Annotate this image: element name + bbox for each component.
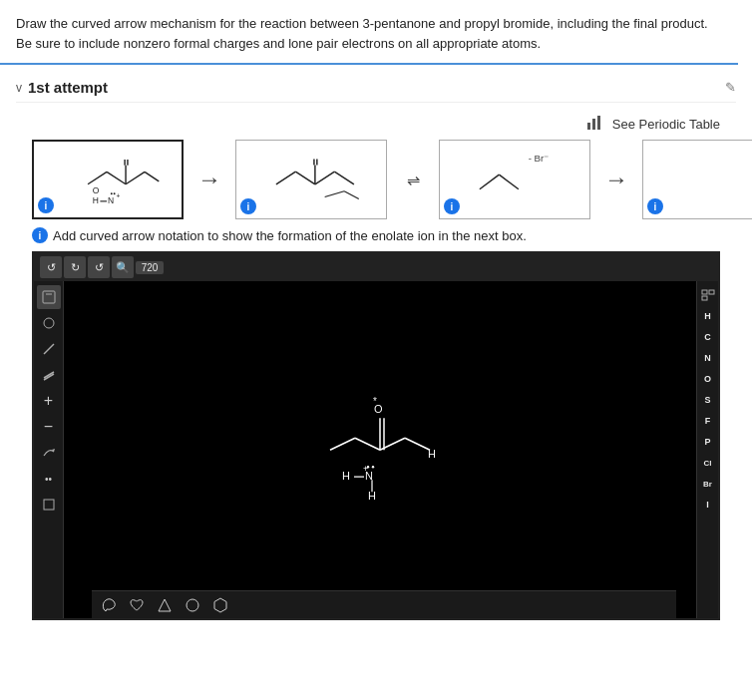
tool-plus[interactable]: + <box>37 389 61 413</box>
svg-text:H: H <box>368 490 376 500</box>
circle-tool[interactable] <box>182 594 203 616</box>
svg-rect-2 <box>597 116 600 130</box>
arrow-3: → <box>590 140 642 219</box>
info-icon-note[interactable]: i <box>32 227 48 243</box>
canvas-left-tools: + − •• <box>34 281 64 618</box>
canvas-right-tools: H C N O S F P Cl Br I <box>696 281 718 618</box>
svg-rect-0 <box>587 123 590 130</box>
svg-line-37 <box>330 438 355 450</box>
svg-text:H: H <box>428 448 436 460</box>
svg-line-3 <box>88 172 107 183</box>
svg-point-14 <box>111 192 113 194</box>
svg-rect-57 <box>702 290 707 294</box>
redo-button[interactable]: ↻ <box>64 256 86 278</box>
svg-rect-1 <box>592 119 595 130</box>
svg-rect-58 <box>709 290 714 294</box>
svg-line-38 <box>355 438 380 450</box>
svg-line-8 <box>126 172 145 183</box>
zoom-button[interactable]: 🔍 <box>112 256 134 278</box>
periodic-table-label[interactable]: See Periodic Table <box>612 117 720 132</box>
canvas-container: ↺ ↻ ↺ 🔍 720 + − <box>32 251 720 620</box>
svg-line-25 <box>344 191 359 199</box>
molecule-svg: O * H H N + <box>300 370 460 503</box>
periodic-table-icon <box>586 115 604 134</box>
periodic-table-link[interactable]: See Periodic Table <box>16 111 736 140</box>
element-C[interactable]: C <box>698 327 718 347</box>
undo-button[interactable]: ↺ <box>40 256 62 278</box>
tool-lone-pair[interactable]: •• <box>37 467 61 491</box>
tool-rectangle[interactable] <box>37 493 61 517</box>
svg-rect-36 <box>44 500 54 510</box>
element-Br[interactable]: Br <box>698 474 718 494</box>
tool-bond[interactable] <box>37 363 61 387</box>
instructions-text: Draw the curved arrow mechanism for the … <box>0 0 738 65</box>
svg-text:O: O <box>93 185 100 195</box>
element-O[interactable]: O <box>698 369 718 389</box>
info-icon-2[interactable]: i <box>240 198 256 214</box>
reaction-box-1[interactable]: H N + O i <box>32 140 184 219</box>
add-arrow-note: i Add curved arrow notation to show the … <box>16 225 736 251</box>
element-H[interactable]: H <box>698 306 718 326</box>
svg-line-18 <box>295 172 315 184</box>
heart-tool[interactable] <box>126 594 148 616</box>
reaction-box-3[interactable]: - Br⁻ i <box>439 140 590 219</box>
svg-text:H: H <box>93 195 99 205</box>
hexagon-tool[interactable] <box>209 594 231 616</box>
element-P[interactable]: P <box>698 432 718 452</box>
edit-icon[interactable]: ✎ <box>725 80 736 95</box>
zoom-level: 720 <box>136 261 164 274</box>
svg-point-15 <box>114 192 116 194</box>
arrow-single-3: → <box>604 166 628 193</box>
attempt-toggle[interactable]: v <box>16 81 22 95</box>
attempt-title: 1st attempt <box>28 79 108 96</box>
svg-line-32 <box>44 344 54 354</box>
svg-point-55 <box>187 599 198 611</box>
lasso-tool[interactable] <box>98 594 120 616</box>
info-icon-4[interactable]: i <box>647 198 663 214</box>
svg-text:H: H <box>342 470 350 482</box>
svg-line-4 <box>107 172 126 183</box>
svg-line-28 <box>499 175 519 189</box>
reset-button[interactable]: ↺ <box>88 256 110 278</box>
tool-minus[interactable]: − <box>37 415 61 439</box>
svg-line-24 <box>325 191 345 197</box>
svg-line-17 <box>276 172 296 184</box>
reaction-box-4[interactable]: i <box>642 140 752 219</box>
reaction-box-2[interactable]: i <box>235 140 387 219</box>
svg-line-22 <box>315 172 335 184</box>
svg-rect-59 <box>702 296 707 300</box>
element-I[interactable]: I <box>698 495 718 515</box>
element-S[interactable]: S <box>698 390 718 410</box>
tool-pencil[interactable] <box>37 337 61 361</box>
arrow-1: → <box>184 140 235 219</box>
canvas-toolbar-top: ↺ ↻ ↺ 🔍 720 <box>34 253 718 281</box>
svg-text:- Br⁻: - Br⁻ <box>529 153 550 164</box>
arrow-double: ⇌ <box>407 171 420 189</box>
element-Cl[interactable]: Cl <box>698 453 718 473</box>
svg-text:N: N <box>108 195 114 205</box>
instruction-content: Draw the curved arrow mechanism for the … <box>16 16 708 51</box>
info-icon-1[interactable]: i <box>38 197 54 213</box>
tool-arrow-curved[interactable] <box>37 441 61 465</box>
svg-line-44 <box>405 438 430 450</box>
svg-line-23 <box>334 172 354 184</box>
attempt-header: v 1st attempt ✎ <box>16 73 736 103</box>
triangle-tool[interactable] <box>154 594 176 616</box>
svg-line-27 <box>480 175 500 189</box>
svg-marker-54 <box>159 599 171 611</box>
element-N[interactable]: N <box>698 348 718 368</box>
tool-select[interactable] <box>37 285 61 309</box>
canvas-drawing-area[interactable]: O * H H N + <box>64 281 696 618</box>
element-F[interactable]: F <box>698 411 718 431</box>
info-icon-3[interactable]: i <box>444 198 460 214</box>
arrow-2: ⇌ <box>387 140 439 219</box>
svg-point-50 <box>367 466 369 468</box>
svg-line-9 <box>145 172 159 181</box>
svg-text:*: * <box>373 396 377 407</box>
canvas-bottom-tools <box>92 590 676 618</box>
reaction-boxes: H N + O i → <box>16 140 736 219</box>
add-arrow-text: Add curved arrow notation to show the fo… <box>53 228 527 243</box>
attempt-section: v 1st attempt ✎ See Periodic Table <box>0 65 752 620</box>
element-selector-icon[interactable] <box>698 285 718 305</box>
tool-eraser[interactable] <box>37 311 61 335</box>
